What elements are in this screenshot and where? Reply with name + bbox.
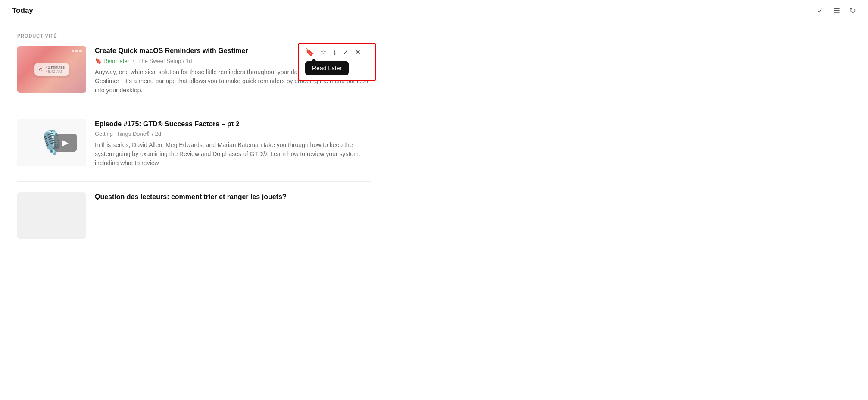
article-item: 🎙️ ▶ Episode #175: GTD® Success Factors …: [17, 119, 371, 168]
toolbar-download-icon[interactable]: ↓: [333, 48, 337, 57]
play-icon[interactable]: ▶: [54, 134, 77, 152]
article-body: Question des lecteurs: comment trier et …: [95, 192, 371, 204]
thumb-dots: [72, 50, 82, 52]
article-item: Question des lecteurs: comment trier et …: [17, 192, 371, 239]
article-title[interactable]: Question des lecteurs: comment trier et …: [95, 192, 371, 202]
article-item: ⏱ 42 minutes48.42 AM Create Quick macOS …: [17, 46, 371, 95]
toolbar-close-icon[interactable]: ✕: [355, 48, 361, 57]
placeholder-thumbnail: [17, 192, 86, 239]
article-meta: Getting Things Done® / 2d: [95, 131, 371, 137]
action-toolbar: 🔖 ☆ ↓ ✓ ✕ Read Later: [298, 43, 376, 81]
article-excerpt: In this series, David Allen, Meg Edwards…: [95, 141, 371, 168]
page-title: Today: [12, 6, 33, 15]
divider: [17, 181, 371, 182]
list-icon[interactable]: ☰: [833, 6, 840, 16]
read-later-tooltip: Read Later: [305, 61, 349, 75]
toolbar-icons: 🔖 ☆ ↓ ✓ ✕: [305, 48, 361, 57]
read-later-link[interactable]: 🔖 Read later: [95, 58, 129, 64]
article-source: The Sweet Setup / 1d: [138, 58, 192, 64]
divider: [17, 109, 371, 109]
gestimer-widget: ⏱ 42 minutes48.42 AM: [34, 63, 69, 76]
toolbar-bookmark-icon[interactable]: 🔖: [305, 48, 314, 57]
header-actions: ✓ ☰ ↻: [817, 6, 856, 16]
article-title[interactable]: Episode #175: GTD® Success Factors – pt …: [95, 119, 371, 129]
meta-separator: •: [133, 58, 135, 64]
check-icon[interactable]: ✓: [817, 6, 824, 16]
article-body: Create Quick macOS Reminders with Gestim…: [95, 46, 371, 95]
toolbar-check-icon[interactable]: ✓: [343, 48, 349, 57]
section-label: PRODUCTIVITÉ: [17, 33, 371, 38]
gestimer-thumbnail: ⏱ 42 minutes48.42 AM: [17, 46, 86, 93]
main-content: PRODUCTIVITÉ ⏱ 42 minutes48.42 AM Create…: [0, 21, 388, 239]
podcast-thumbnail: 🎙️ ▶: [17, 119, 86, 166]
article-thumbnail: 🎙️ ▶: [17, 119, 86, 166]
article-thumbnail: ⏱ 42 minutes48.42 AM: [17, 46, 86, 93]
refresh-icon[interactable]: ↻: [849, 6, 856, 16]
toolbar-star-icon[interactable]: ☆: [320, 48, 327, 57]
read-later-label: Read later: [103, 58, 129, 64]
article-thumbnail: [17, 192, 86, 239]
article-body: Episode #175: GTD® Success Factors – pt …: [95, 119, 371, 168]
article-source: Getting Things Done® / 2d: [95, 131, 161, 137]
app-header: Today ✓ ☰ ↻: [0, 0, 868, 21]
bookmark-icon: 🔖: [95, 58, 102, 64]
